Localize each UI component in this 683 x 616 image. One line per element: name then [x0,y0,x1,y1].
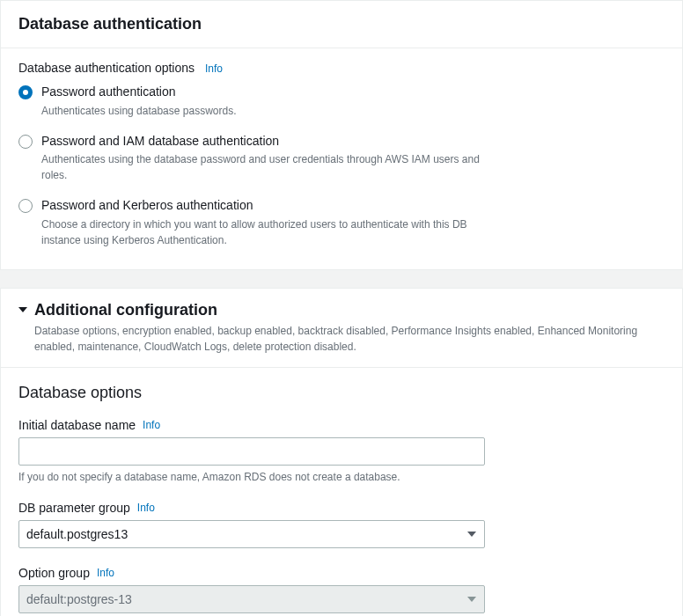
expandable-title-row: Additional configuration [18,301,665,319]
radio-icon [18,85,33,99]
radio-content: Password and IAM database authentication… [41,133,665,184]
radio-content: Password and Kerberos authentication Cho… [41,197,665,248]
radio-icon [18,135,33,149]
info-link[interactable]: Info [205,62,223,75]
field-label-row: DB parameter group Info [18,501,665,515]
radio-desc: Authenticates using database passwords. [41,103,499,119]
database-options-heading: Database options [18,384,665,402]
radio-title: Password authentication [41,84,665,101]
expandable-title: Additional configuration [34,301,217,319]
option-group-select: default:postgres-13 [18,585,485,613]
field-label-row: Initial database name Info [18,418,665,432]
radio-content: Password authentication Authenticates us… [41,84,665,119]
info-link[interactable]: Info [97,567,114,579]
radio-password-kerberos-auth[interactable]: Password and Kerberos authentication Cho… [18,197,665,248]
radio-desc: Choose a directory in which you want to … [41,216,499,248]
radio-title: Password and IAM database authentication [41,133,665,150]
db-parameter-group-field: DB parameter group Info default.postgres… [18,501,665,548]
initial-database-name-input[interactable] [18,437,485,466]
field-label: DB parameter group [18,501,130,515]
radio-icon [18,199,33,213]
field-label-row: Option group Info [18,566,665,580]
radio-password-auth[interactable]: Password authentication Authenticates us… [18,84,665,119]
select-value: default.postgres13 [18,520,485,548]
caret-down-icon [18,307,27,312]
auth-radio-group: Password authentication Authenticates us… [18,84,665,248]
helper-text: If you do not specify a database name, A… [18,471,665,483]
db-parameter-group-select[interactable]: default.postgres13 [18,520,485,548]
expandable-subtitle: Database options, encryption enabled, ba… [18,323,665,355]
field-label: Option group [18,566,90,580]
auth-options-label-row: Database authentication options Info [18,61,665,75]
select-value: default:postgres-13 [18,585,485,613]
auth-options-label: Database authentication options [18,61,195,75]
info-link[interactable]: Info [143,419,160,431]
field-label: Initial database name [18,418,136,432]
panel-title: Database authentication [18,15,665,33]
option-group-field: Option group Info default:postgres-13 [18,566,665,613]
database-authentication-panel: Database authentication Database authent… [0,0,683,270]
radio-title: Password and Kerberos authentication [41,197,665,215]
panel-body: Database authentication options Info Pas… [1,48,682,269]
info-link[interactable]: Info [137,502,155,514]
expandable-header[interactable]: Additional configuration Database option… [1,289,682,368]
radio-password-iam-auth[interactable]: Password and IAM database authentication… [18,133,665,184]
panel-header: Database authentication [1,1,682,48]
additional-configuration-panel: Additional configuration Database option… [0,288,683,616]
radio-desc: Authenticates using the database passwor… [41,151,499,183]
initial-database-name-field: Initial database name Info If you do not… [18,418,665,483]
additional-body: Database options Initial database name I… [1,368,682,616]
